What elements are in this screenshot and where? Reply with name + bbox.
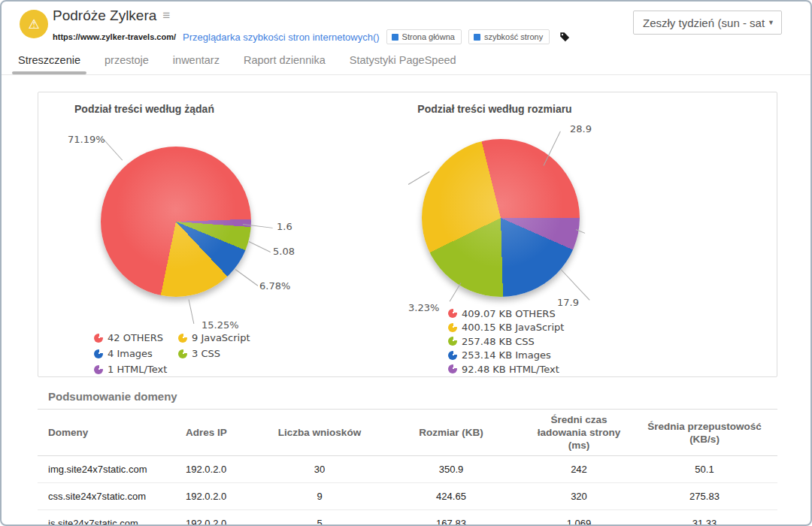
legend-label: 409.07 KB OTHERS (462, 308, 556, 319)
slice-label-javascript: 15.25% (201, 319, 239, 331)
pie-slice-icon (94, 349, 103, 358)
leader-line (235, 269, 259, 286)
tag-badge-home-label: Strona główna (402, 32, 455, 41)
legend-requests: 42 OTHERS 9 JavaScript 4 Images 3 CSS 1 … (94, 330, 250, 377)
monitor-url: https://www.zylker-travels.com/ (53, 32, 176, 41)
tag-badge-speed[interactable]: szybkość strony (468, 29, 550, 44)
pie-slice-icon (178, 349, 187, 358)
cell-ip: 192.0.2.0 (177, 456, 263, 483)
tag-badge-home[interactable]: Strona główna (386, 29, 462, 44)
tab-inventory[interactable]: inwentarz (173, 54, 220, 74)
legend-size: 409.07 KB OTHERS 400.15 KB JavaScript 25… (448, 307, 564, 376)
legend-label: 1 HTML/Text (108, 364, 167, 375)
tag-color-swatch (474, 34, 480, 41)
legend-item: 4 Images (94, 346, 178, 361)
pie-chart-size[interactable] (422, 139, 580, 297)
period-label: Zeszły tydzień (643, 17, 714, 29)
cell-domain: img.site24x7static.com (38, 456, 177, 483)
tag-badge-speed-label: szybkość strony (484, 32, 543, 41)
legend-label: 9 JavaScript (192, 332, 250, 343)
slice-label-htmltext: 1.6 (277, 221, 292, 232)
charts-panel: Podział treści według żądań 71.19% 1.6 5… (38, 92, 777, 377)
chevron-down-icon: ▼ (768, 19, 774, 26)
legend-item: 253.14 KB Images (448, 349, 564, 363)
cell-load-time: 320 (526, 483, 632, 510)
legend-item: 257.48 KB CSS (448, 334, 564, 349)
period-selector[interactable]: Zeszły tydzień (sun - sat ▼ (633, 11, 782, 35)
cell-ip: 192.0.2.0 (177, 510, 263, 526)
cell-load-time: 1,069 (526, 510, 632, 526)
pie-chart-requests[interactable] (101, 147, 251, 297)
col-header-ip: Adres IP (177, 410, 263, 456)
col-header-requests: Liczba wniosków (263, 410, 376, 456)
col-header-load-time: Średni czas ładowania strony (ms) (526, 410, 632, 456)
page-title: Podróże Zylkera (53, 8, 156, 24)
pie-slice-icon (448, 351, 457, 360)
legend-label: 253.14 KB Images (462, 349, 551, 361)
cell-size: 424.65 (376, 483, 526, 510)
pie-slice-icon (448, 309, 457, 318)
pie-slice-icon (94, 365, 103, 374)
leader-line (249, 241, 271, 252)
chart-requests-title: Podział treści według żądań (65, 103, 223, 115)
slice-label-images: 6.78% (259, 280, 290, 292)
pie-slice-icon (448, 337, 457, 346)
legend-item: 92.48 KB HTML/Text (448, 362, 564, 376)
cell-domain: js.site24x7static.com (38, 510, 177, 526)
tab-outages[interactable]: przestoje (105, 54, 149, 74)
leader-line (450, 283, 462, 301)
menu-icon[interactable]: ≡ (162, 8, 170, 23)
legend-label: 4 Images (108, 348, 153, 359)
cell-domain: css.site24x7static.com (38, 483, 177, 510)
tag-icon[interactable] (559, 32, 570, 42)
legend-label: 257.48 KB CSS (462, 336, 535, 347)
warning-icon: ⚠ (28, 18, 39, 31)
chart-size-title: Podział treści według rozmiaru (416, 103, 574, 115)
leader-line (102, 138, 123, 160)
col-header-size: Rozmiar (KB) (376, 410, 526, 456)
cell-size: 167.83 (376, 510, 526, 526)
pie-slice-icon (94, 334, 103, 343)
tab-pagespeed[interactable]: Statystyki PageSpeed (350, 54, 456, 74)
leader-line (189, 299, 195, 323)
cell-requests: 9 (263, 483, 376, 510)
monitor-type-link[interactable]: Przeglądarka szybkości stron internetowy… (183, 32, 380, 43)
cell-requests: 30 (263, 456, 376, 483)
legend-item: 9 JavaScript (178, 330, 250, 346)
legend-item: 409.07 KB OTHERS (448, 307, 564, 321)
period-range: (sun - sat (718, 17, 765, 29)
table-row: js.site24x7static.com 192.0.2.0 5 167.83… (38, 510, 777, 526)
leader-line (408, 171, 430, 185)
slice-label-others-kb: 28.9 (570, 123, 592, 135)
col-header-throughput: Średnia przepustowość (KB/s) (632, 410, 777, 456)
legend-label: 3 CSS (192, 348, 220, 359)
slice-label-others: 71.19% (68, 134, 105, 145)
pie-slice-icon (448, 323, 457, 332)
header: ⚠ Podróże Zylkera ≡ https://www.zylker-t… (2, 2, 810, 50)
cell-load-time: 242 (526, 456, 632, 483)
legend-label: 400.15 KB JavaScript (462, 322, 564, 333)
col-header-domains: Domeny (38, 410, 177, 456)
slice-label-css: 5.08 (273, 246, 295, 257)
legend-item: 3 CSS (178, 346, 250, 361)
legend-label: 92.48 KB HTML/Text (462, 364, 559, 375)
monitor-logo: ⚠ (20, 10, 48, 38)
tab-bar: Streszczenie przestoje inwentarz Raport … (2, 50, 810, 75)
cell-throughput: 31.33 (632, 510, 777, 526)
cell-ip: 192.0.2.0 (177, 483, 263, 510)
domain-summary-table: Domeny Adres IP Liczba wniosków Rozmiar … (38, 409, 777, 526)
cell-requests: 5 (263, 510, 376, 526)
table-header-row: Domeny Adres IP Liczba wniosków Rozmiar … (38, 410, 777, 456)
tab-log-report[interactable]: Raport dziennika (244, 54, 326, 74)
legend-item: 1 HTML/Text (94, 361, 178, 377)
tag-color-swatch (392, 34, 398, 41)
section-title-domain-summary: Podsumowanie domeny (48, 390, 810, 403)
leader-line (561, 269, 590, 301)
slice-label-css-kb: 3.23% (408, 302, 439, 313)
cell-size: 350.9 (376, 456, 526, 483)
table-row: css.site24x7static.com 192.0.2.0 9 424.6… (38, 483, 777, 510)
cell-throughput: 275.83 (632, 483, 777, 510)
tab-summary[interactable]: Streszczenie (18, 54, 80, 74)
table-row: img.site24x7static.com 192.0.2.0 30 350.… (38, 456, 777, 483)
pie-slice-icon (448, 364, 457, 373)
